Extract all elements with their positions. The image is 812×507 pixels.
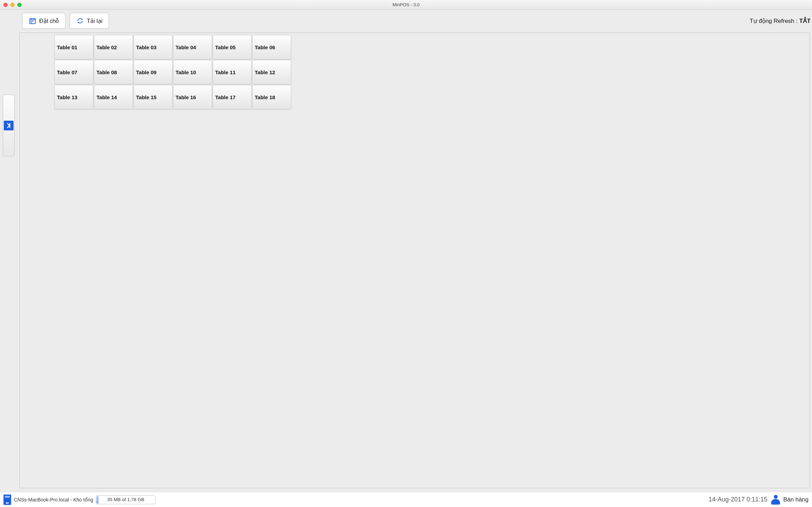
table-label: Table 12 [255, 69, 275, 75]
status-left: CNSs-MacBook-Pro.local - Kho tổng 35 MB … [3, 495, 155, 505]
table-button[interactable]: Table 14 [94, 85, 133, 109]
chevron-right-icon [4, 121, 14, 130]
table-label: Table 02 [96, 44, 117, 50]
memory-bar[interactable]: 35 MB of 1,78 GB [96, 495, 155, 504]
table-button[interactable]: Table 03 [134, 35, 172, 59]
status-datetime: 14-Aug-2017 0:11:15 [709, 496, 767, 503]
table-button[interactable]: Table 17 [213, 85, 252, 109]
table-button[interactable]: Table 11 [213, 60, 252, 84]
tables-grid: Table 01Table 02Table 03Table 04Table 05… [54, 35, 291, 109]
table-button[interactable]: Table 13 [54, 85, 93, 109]
zoom-icon[interactable] [17, 3, 22, 7]
content-area: Đặt chỗ Tải lại Tự động Refresh : TẮT Ta… [0, 10, 812, 492]
window-controls [3, 3, 22, 7]
table-button[interactable]: Table 02 [94, 35, 133, 59]
table-button[interactable]: Table 15 [134, 85, 172, 109]
table-button[interactable]: Table 09 [134, 60, 172, 84]
reserve-button-label: Đặt chỗ [39, 18, 59, 24]
side-expand-handle[interactable] [3, 95, 15, 156]
table-button[interactable]: Table 07 [54, 60, 93, 84]
table-button[interactable]: Table 04 [173, 35, 212, 59]
table-label: Table 08 [96, 69, 117, 75]
table-button[interactable]: Table 01 [54, 35, 93, 59]
auto-refresh-status: Tự động Refresh : TẮT [750, 17, 812, 25]
reload-button[interactable]: Tải lại [70, 13, 109, 29]
window-title: MinPOS - 3.0 [0, 2, 812, 7]
status-user[interactable]: Bán hàng [771, 495, 809, 505]
table-button[interactable]: Table 18 [252, 85, 291, 109]
minimize-icon[interactable] [10, 3, 15, 7]
titlebar: MinPOS - 3.0 [0, 0, 812, 10]
table-button[interactable]: Table 12 [252, 60, 291, 84]
table-label: Table 10 [176, 69, 196, 75]
table-button[interactable]: Table 16 [173, 85, 212, 109]
table-label: Table 15 [136, 94, 157, 100]
auto-refresh-label: Tự động Refresh : [750, 18, 799, 24]
table-label: Table 14 [96, 94, 117, 100]
table-button[interactable]: Table 06 [252, 35, 291, 59]
statusbar: CNSs-MacBook-Pro.local - Kho tổng 35 MB … [0, 492, 812, 507]
table-button[interactable]: Table 05 [213, 35, 252, 59]
svg-rect-1 [31, 21, 32, 22]
table-button[interactable]: Table 08 [94, 60, 133, 84]
table-label: Table 01 [57, 44, 77, 50]
table-label: Table 13 [57, 94, 77, 100]
refresh-icon [76, 17, 84, 25]
table-label: Table 11 [215, 69, 236, 75]
table-label: Table 05 [215, 44, 236, 50]
table-label: Table 09 [136, 69, 157, 75]
table-label: Table 07 [57, 69, 77, 75]
svg-rect-3 [31, 22, 32, 23]
auto-refresh-value: TẮT [799, 18, 811, 24]
table-label: Table 18 [255, 94, 275, 100]
reload-button-label: Tải lại [87, 18, 102, 24]
terminal-icon[interactable] [3, 495, 11, 505]
table-label: Table 03 [136, 44, 157, 50]
status-role: Bán hàng [783, 496, 809, 503]
reserve-button[interactable]: Đặt chỗ [22, 13, 66, 29]
table-label: Table 04 [176, 44, 196, 50]
svg-rect-2 [32, 21, 33, 22]
close-icon[interactable] [3, 3, 8, 7]
table-label: Table 06 [255, 44, 275, 50]
memory-fill [96, 496, 98, 504]
table-label: Table 16 [176, 94, 196, 100]
user-icon [771, 495, 780, 505]
memory-text: 35 MB of 1,78 GB [107, 497, 144, 502]
table-label: Table 17 [215, 94, 236, 100]
host-label: CNSs-MacBook-Pro.local - Kho tổng [14, 497, 93, 502]
table-button[interactable]: Table 10 [173, 60, 212, 84]
tables-panel: Table 01Table 02Table 03Table 04Table 05… [19, 33, 810, 488]
toolbar: Đặt chỗ Tải lại Tự động Refresh : TẮT [22, 12, 812, 30]
calendar-icon [29, 17, 36, 25]
